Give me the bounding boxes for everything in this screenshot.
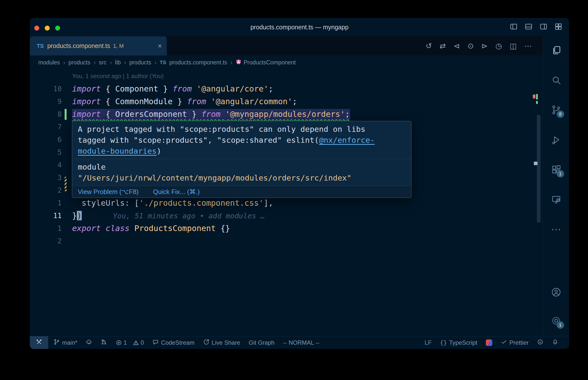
- line-number: 2: [30, 235, 62, 247]
- code-text: import { OrdersComponent } from '@myngap…: [72, 108, 350, 121]
- publish-changes[interactable]: [82, 336, 96, 349]
- breadcrumb-folder[interactable]: src: [99, 59, 107, 66]
- line-number: 9: [30, 95, 62, 108]
- live-share[interactable]: Live Share: [199, 336, 245, 349]
- codestream[interactable]: CodeStream: [148, 336, 199, 349]
- breadcrumb-separator-icon: ›: [154, 59, 156, 66]
- hover-message: A project tagged with "scope:products" c…: [72, 121, 411, 159]
- eol-indicator[interactable]: LF: [420, 336, 436, 349]
- code-line[interactable]: 2: [30, 235, 533, 247]
- code-line[interactable]: 10import { Component } from '@angular/co…: [30, 83, 533, 95]
- timeline-history-icon[interactable]: ↺: [426, 42, 432, 50]
- breadcrumb-folder[interactable]: products: [129, 59, 151, 66]
- breadcrumb-separator-icon: ›: [63, 59, 65, 66]
- feedback[interactable]: [533, 336, 548, 349]
- breadcrumb-folder[interactable]: modules: [38, 59, 60, 66]
- layout-panel-icon[interactable]: [524, 22, 533, 32]
- git-branch[interactable]: main*: [49, 336, 82, 349]
- tab-bar: TS products.component.ts 1, M × ↺⇄⊲⊙⊳◷◫⋯: [30, 36, 543, 55]
- angular-component-icon: [236, 59, 242, 66]
- popup-text-line: tagged with "scope:products", "scope:sha…: [78, 135, 406, 145]
- search-icon[interactable]: [548, 72, 564, 88]
- compare-changes-icon[interactable]: ⇄: [440, 42, 446, 50]
- code-line[interactable]: 9import { CommonModule } from '@angular/…: [30, 95, 533, 108]
- extension-logo[interactable]: [482, 336, 497, 349]
- more-actions-icon[interactable]: ⋯: [524, 42, 532, 50]
- breadcrumb: modules›products›src›lib›products›TSprod…: [30, 55, 543, 70]
- breadcrumb-folder[interactable]: products: [68, 59, 90, 66]
- breadcrumb-symbol[interactable]: ProductsComponent: [236, 59, 296, 66]
- remote-indicator-icon: [36, 339, 42, 347]
- line-number: 6: [30, 133, 62, 146]
- source-control-icon[interactable]: 8: [548, 102, 564, 118]
- problems[interactable]: 10: [111, 336, 148, 349]
- vscode-window: products.component.ts — myngapp TS produ…: [30, 18, 569, 349]
- close-tab-icon[interactable]: ×: [158, 42, 162, 50]
- hover-module-info: module"/Users/juri/nrwl/content/myngapp/…: [72, 159, 411, 186]
- prettier-icon: [501, 339, 507, 347]
- run-debug-icon[interactable]: [548, 132, 564, 148]
- nx-rule-link[interactable]: @nx/enforce-: [319, 136, 375, 144]
- line-number: 7: [30, 121, 62, 133]
- typescript-file-icon: TS: [160, 60, 166, 65]
- line-number: 1: [30, 197, 62, 209]
- extension-logo-icon: [486, 339, 492, 346]
- typescript-file-icon: TS: [37, 43, 44, 49]
- split-editor-icon[interactable]: ◫: [510, 42, 517, 50]
- next-change-icon[interactable]: ⊳: [481, 42, 488, 50]
- line-number: 4: [30, 159, 62, 171]
- line-number: 10: [30, 83, 62, 95]
- code-editor[interactable]: You, 1 second ago | 1 author (You) 10imp…: [30, 69, 543, 336]
- code-line[interactable]: 1export class ProductsComponent {}: [30, 222, 533, 235]
- git-branch-label: main*: [62, 339, 77, 346]
- prettier[interactable]: Prettier: [497, 336, 533, 349]
- explorer-icon[interactable]: [548, 42, 564, 58]
- branch-sync-icon: [101, 339, 107, 347]
- branch-sync[interactable]: [96, 336, 111, 349]
- change-indicator-icon[interactable]: ⊙: [467, 42, 474, 50]
- scrollbar-slider[interactable]: [537, 115, 541, 223]
- extensions-icon[interactable]: 1: [548, 162, 564, 178]
- code-line[interactable]: 11})You, 51 minutes ago • add modules …: [30, 209, 533, 222]
- remote-explorer-icon[interactable]: [548, 191, 564, 207]
- overview-ruler-added-mark: [536, 101, 538, 104]
- live-share-label: Live Share: [212, 339, 240, 346]
- eol-indicator-label: LF: [425, 339, 432, 346]
- code-line[interactable]: 8import { OrdersComponent } from '@mynga…: [30, 108, 533, 121]
- notifications[interactable]: [548, 336, 563, 349]
- breadcrumb-file[interactable]: products.component.ts: [169, 59, 227, 66]
- language-mode[interactable]: {}TypeScript: [436, 336, 482, 349]
- more-tools-icon[interactable]: ⋯: [548, 221, 564, 237]
- quick-fix-action[interactable]: Quick Fix... (⌘.): [153, 188, 200, 196]
- popup-text-line: module-boundaries): [78, 145, 406, 156]
- braces-icon: {}: [440, 339, 447, 346]
- view-problem-action[interactable]: View Problem (⌥F8): [78, 188, 139, 196]
- gitlens-authors-annotation[interactable]: You, 1 second ago | 1 author (You): [72, 70, 164, 82]
- run-timer-icon[interactable]: ◷: [495, 42, 502, 50]
- remote-indicator[interactable]: [30, 336, 48, 349]
- lint-problem-highlight: import { OrdersComponent } from '@myngap…: [72, 109, 350, 120]
- window-title: products.component.ts — myngapp: [30, 18, 569, 36]
- vim-mode[interactable]: -- NORMAL --: [279, 336, 324, 349]
- errors-indicator: 1: [116, 339, 127, 346]
- inline-blame-annotation: You, 51 minutes ago • add modules …: [113, 212, 265, 220]
- breadcrumb-separator-icon: ›: [110, 59, 112, 66]
- vim-block-cursor: ): [77, 211, 82, 220]
- nx-rule-link[interactable]: module-boundaries: [78, 146, 157, 155]
- breadcrumb-folder[interactable]: lib: [115, 59, 121, 66]
- previous-change-icon[interactable]: ⊲: [454, 42, 460, 50]
- code-text: import { Component } from '@angular/core…: [72, 83, 273, 95]
- layout-sidebar-right-icon[interactable]: [539, 22, 548, 32]
- code-line[interactable]: 1 styleUrls: ['./products.component.css'…: [30, 197, 533, 209]
- git-graph[interactable]: Git Graph: [245, 336, 279, 349]
- settings-gear-icon[interactable]: 1: [548, 313, 564, 329]
- breadcrumb-separator-icon: ›: [230, 59, 232, 66]
- layout-sidebar-left-icon[interactable]: [509, 22, 518, 32]
- breadcrumb-separator-icon: ›: [93, 59, 95, 66]
- tab-products-component[interactable]: TS products.component.ts 1, M ×: [30, 36, 167, 55]
- code-text: export class ProductsComponent {}: [72, 222, 230, 235]
- git-branch-icon: [53, 339, 60, 347]
- layout-grid-icon[interactable]: [554, 22, 563, 32]
- badge-count: 8: [557, 110, 564, 118]
- account-icon[interactable]: [548, 284, 564, 300]
